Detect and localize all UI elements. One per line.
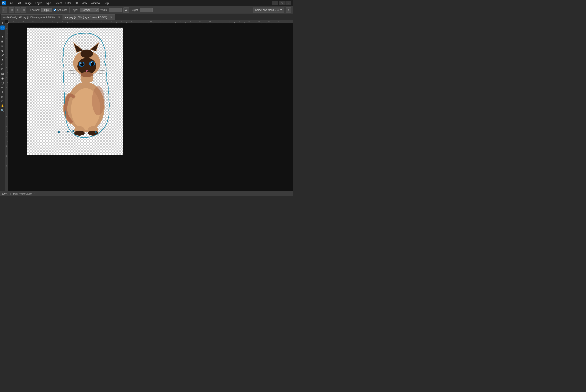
svg-point-27 bbox=[88, 130, 98, 136]
menu-type[interactable]: Type bbox=[44, 1, 53, 5]
healing-brush-tool[interactable]: ⊕ bbox=[1, 48, 5, 53]
subtract-selection-btn[interactable]: -□ bbox=[15, 7, 20, 13]
select-mask-icon: ▤ bbox=[277, 8, 279, 12]
tab-0-label: cat-2068462_1920.jpg @ 100% (Layer 0, RG… bbox=[3, 16, 57, 18]
eyedropper-tool[interactable]: ✏ bbox=[1, 44, 5, 48]
export-btn[interactable]: ↑ bbox=[286, 7, 291, 13]
cat-image bbox=[57, 34, 111, 142]
swap-dimensions-btn[interactable]: ⇄ bbox=[123, 7, 129, 13]
clone-stamp-tool[interactable]: ✦ bbox=[1, 58, 5, 62]
add-selection-btn[interactable]: +□ bbox=[9, 7, 14, 13]
select-mask-button[interactable]: Select and Mask... ▤ ▼ bbox=[253, 8, 284, 12]
selection-node-4 bbox=[95, 131, 97, 133]
maximize-button[interactable]: □ bbox=[279, 1, 285, 5]
brush-tool[interactable]: 🖌 bbox=[1, 53, 5, 57]
style-select[interactable]: Normal Fixed Ratio Fixed Size bbox=[80, 8, 99, 12]
menu-file[interactable]: File bbox=[7, 1, 15, 5]
select-mask-dropdown-icon[interactable]: ▼ bbox=[280, 8, 282, 12]
svg-point-12 bbox=[80, 62, 82, 64]
close-button[interactable]: ✕ bbox=[285, 1, 291, 5]
ruler-top bbox=[8, 20, 293, 24]
blur-tool[interactable]: ◉ bbox=[1, 76, 5, 80]
app-icon: Ps bbox=[2, 1, 6, 5]
move-tool[interactable]: ✛ bbox=[1, 21, 5, 25]
feather-input[interactable] bbox=[41, 8, 52, 12]
width-label: Width: bbox=[100, 8, 108, 12]
svg-point-22 bbox=[81, 72, 93, 77]
eraser-tool[interactable]: ◻ bbox=[1, 67, 5, 71]
new-selection-btn[interactable]: □ bbox=[2, 7, 7, 13]
tab-1[interactable]: cat.png @ 100% (Layer 1 copy, RGB/8#) * … bbox=[63, 14, 115, 20]
anti-alias-label: Anti-alias bbox=[57, 8, 67, 12]
ruler-horizontal-canvas bbox=[8, 20, 293, 24]
anti-alias-area: Anti-alias bbox=[54, 8, 67, 12]
menu-image[interactable]: Image bbox=[23, 1, 33, 5]
window-controls: ─ □ ✕ bbox=[272, 1, 291, 5]
history-brush-tool[interactable]: ↺ bbox=[1, 62, 5, 66]
title-bar: Ps File Edit Image Layer Type Select Fil… bbox=[0, 0, 293, 6]
path-select-tool[interactable]: ▷ bbox=[1, 94, 5, 99]
options-bar: □ +□ -□ ∩□ Feather: Anti-alias Style: No… bbox=[0, 6, 293, 14]
intersect-selection-btn[interactable]: ∩□ bbox=[21, 7, 26, 13]
menu-filter[interactable]: Filter bbox=[64, 1, 73, 5]
feather-label: Feather: bbox=[30, 8, 40, 12]
canvas-workspace bbox=[27, 28, 123, 155]
menu-bar: File Edit Image Layer Type Select Filter… bbox=[7, 1, 272, 5]
tab-1-close[interactable]: ✕ bbox=[110, 16, 113, 18]
magic-wand-tool[interactable]: ✦ bbox=[1, 35, 5, 39]
minimize-button[interactable]: ─ bbox=[272, 1, 278, 5]
canvas-container bbox=[5, 20, 293, 191]
svg-point-7 bbox=[81, 50, 93, 58]
height-label: Height: bbox=[131, 8, 138, 12]
status-bar: 100% | Doc: 7,03M/18,8M › bbox=[0, 191, 293, 196]
pen-tool[interactable]: ✒ bbox=[1, 85, 5, 90]
svg-point-26 bbox=[74, 130, 85, 136]
svg-point-13 bbox=[91, 62, 92, 63]
tab-1-label: cat.png @ 100% (Layer 1 copy, RGB/8#) * bbox=[66, 16, 109, 18]
anti-alias-checkbox[interactable] bbox=[54, 8, 56, 11]
dodge-tool[interactable]: ◯ bbox=[1, 81, 5, 85]
crop-tool[interactable]: ⊞ bbox=[1, 39, 5, 44]
text-tool[interactable]: T bbox=[1, 90, 5, 94]
gradient-tool[interactable]: ▤ bbox=[1, 72, 5, 76]
tabs-bar: cat-2068462_1920.jpg @ 100% (Layer 0, RG… bbox=[0, 14, 293, 20]
tab-0-close[interactable]: ✕ bbox=[58, 16, 61, 18]
status-arrow[interactable]: › bbox=[35, 192, 35, 195]
status-separator: | bbox=[10, 192, 11, 195]
canvas-area[interactable] bbox=[8, 24, 293, 191]
selection-node-2 bbox=[67, 131, 69, 132]
lasso-tool[interactable]: ⌒ bbox=[1, 30, 5, 34]
tab-0[interactable]: cat-2068462_1920.jpg @ 100% (Layer 0, RG… bbox=[1, 14, 63, 20]
menu-window[interactable]: Window bbox=[89, 1, 102, 5]
ruler-left bbox=[5, 24, 8, 191]
menu-select[interactable]: Select bbox=[53, 1, 63, 5]
style-label: Style: bbox=[72, 8, 78, 12]
left-toolbar: ✛ ⬚ ⌒ ✦ ⊞ ✏ ⊕ 🖌 ✦ ↺ ◻ ▤ ◉ ◯ ✒ T ▷ □ ✋ 🔍 bbox=[0, 20, 5, 191]
menu-help[interactable]: Help bbox=[102, 1, 110, 5]
menu-layer[interactable]: Layer bbox=[34, 1, 43, 5]
menu-view[interactable]: View bbox=[80, 1, 89, 5]
selection-node-1 bbox=[58, 131, 60, 133]
main-layout: ✛ ⬚ ⌒ ✦ ⊞ ✏ ⊕ 🖌 ✦ ↺ ◻ ▤ ◉ ◯ ✒ T ▷ □ ✋ 🔍 bbox=[0, 20, 293, 191]
zoom-tool[interactable]: 🔍 bbox=[1, 108, 5, 112]
menu-edit[interactable]: Edit bbox=[15, 1, 23, 5]
hand-tool[interactable]: ✋ bbox=[1, 104, 5, 108]
zoom-level: 100% bbox=[2, 192, 8, 195]
select-mask-label: Select and Mask... bbox=[255, 8, 276, 12]
doc-info: Doc: 7,03M/18,8M bbox=[13, 192, 32, 195]
marquee-tool[interactable]: ⬚ bbox=[1, 26, 5, 30]
menu-3d[interactable]: 3D bbox=[73, 1, 80, 5]
width-input[interactable] bbox=[109, 8, 122, 12]
height-input[interactable] bbox=[140, 8, 153, 12]
svg-point-28 bbox=[92, 86, 105, 115]
selection-node-3 bbox=[72, 130, 74, 132]
ruler-vertical-canvas bbox=[5, 24, 8, 191]
shape-tool[interactable]: □ bbox=[1, 99, 5, 103]
